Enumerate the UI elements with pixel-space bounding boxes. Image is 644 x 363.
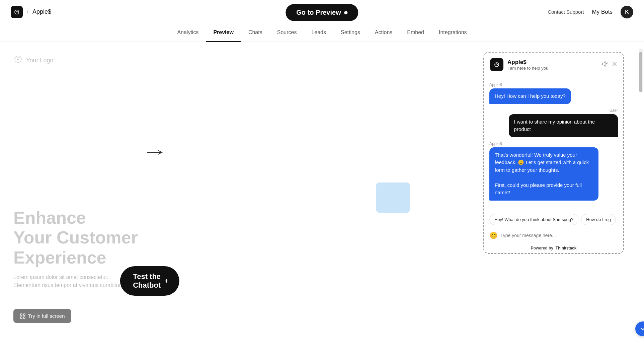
header-left: / Apple$: [11, 6, 51, 18]
tab-leads[interactable]: Leads: [304, 24, 333, 42]
bot-message-2: That's wonderful! We truly value your fe…: [489, 147, 598, 201]
test-chatbot-area: Test the Chatbot: [147, 149, 164, 156]
tab-integrations[interactable]: Integrations: [431, 24, 474, 42]
goto-preview-button[interactable]: Go to Preview: [286, 4, 358, 21]
scrollbar-track: [639, 49, 643, 92]
enhance-heading: Enhance Your Customer Experience: [13, 208, 138, 268]
tab-analytics[interactable]: Analytics: [170, 24, 206, 42]
logo-icon-placeholder: [13, 55, 23, 65]
svg-rect-4: [23, 314, 25, 315]
my-bots-link[interactable]: My Bots: [592, 9, 613, 15]
header: / Apple$ Go to Preview Contact Support M…: [0, 0, 644, 24]
emoji-button[interactable]: 😊: [489, 231, 498, 239]
chatbot-header: Apple$ I am here to help you: [484, 53, 623, 77]
chatbot-messages: Apple$ Hey! How can I help you today? Us…: [484, 77, 623, 211]
quick-replies: Hey! What do you think about Samsung? Ho…: [484, 211, 623, 228]
chatbot-input-area: 😊: [484, 228, 623, 243]
scroll-down-button[interactable]: [635, 321, 644, 336]
breadcrumb-separator: /: [27, 8, 28, 15]
your-logo-area: Your Logo: [13, 55, 470, 65]
tab-preview[interactable]: Preview: [206, 24, 241, 42]
svg-rect-3: [20, 314, 22, 315]
message-group-3: Apple$ That's wonderful! We truly value …: [489, 141, 618, 201]
goto-preview-label: Go to Preview: [296, 9, 341, 16]
tab-embed[interactable]: Embed: [400, 24, 431, 42]
nav-tabs: Analytics Preview Chats Sources Leads Se…: [0, 24, 644, 42]
contact-support-link[interactable]: Contact Support: [548, 9, 584, 15]
message-group-2: User I want to share my opinion about th…: [489, 108, 618, 137]
svg-rect-6: [23, 317, 25, 318]
chatbot-widget: Apple$ I am here to help you: [483, 52, 624, 254]
chatbot-header-actions: [602, 61, 617, 69]
test-chatbot-dot: [166, 279, 167, 283]
main-content: Your Logo Test the Chatbot Enhance Your …: [0, 42, 644, 356]
tab-actions[interactable]: Actions: [368, 24, 400, 42]
quick-reply-1[interactable]: Hey! What do you think about Samsung?: [489, 214, 578, 225]
lorem-text: Lorem ipsum dolor sit amet consectetur. …: [13, 273, 138, 289]
try-fullscreen-label: Try in full screen: [28, 313, 65, 319]
website-preview-panel: Your Logo Test the Chatbot Enhance Your …: [0, 42, 483, 356]
message-group-1: Apple$ Hey! How can I help you today?: [489, 82, 618, 104]
user-message-1: I want to share my opinion about the pro…: [509, 114, 618, 137]
user-sender-1: User: [610, 108, 618, 113]
tab-sources[interactable]: Sources: [270, 24, 304, 42]
chatbot-footer: Powered by Thinkstack: [484, 243, 623, 253]
test-chatbot-arrow: [147, 149, 164, 156]
header-right: Contact Support My Bots K: [548, 6, 633, 18]
bot-sender-2: Apple$: [489, 141, 618, 146]
close-button[interactable]: [612, 61, 617, 68]
app-logo-icon: [11, 6, 23, 18]
chatbot-area: Apple$ I am here to help you: [483, 45, 644, 356]
enhance-text-block: Enhance Your Customer Experience Lorem i…: [13, 208, 138, 289]
svg-rect-5: [20, 317, 22, 318]
chat-input[interactable]: [500, 233, 618, 238]
user-avatar[interactable]: K: [621, 6, 633, 18]
bot-sender-1: Apple$: [489, 82, 618, 87]
try-fullscreen-button[interactable]: Try in full screen: [13, 309, 71, 323]
fullscreen-icon: [20, 313, 25, 319]
chatbot-logo: [490, 58, 503, 71]
tab-settings[interactable]: Settings: [333, 24, 368, 42]
your-logo-text: Your Logo: [26, 57, 53, 64]
footer-powered-text: Powered by: [531, 246, 553, 250]
goto-preview-dot: [344, 11, 348, 14]
tab-chats[interactable]: Chats: [241, 24, 270, 42]
scrollbar-thumb[interactable]: [639, 52, 642, 92]
breadcrumb-app-name: Apple$: [32, 8, 51, 15]
footer-brand: Thinkstack: [556, 246, 577, 250]
bot-message-1: Hey! How can I help you today?: [489, 88, 571, 104]
chatbot-title: Apple$: [507, 59, 548, 66]
chatbot-subtitle: I am here to help you: [507, 66, 548, 71]
blue-accent-block: [376, 183, 410, 213]
mute-button[interactable]: [602, 61, 608, 69]
svg-point-1: [17, 58, 19, 60]
quick-reply-2[interactable]: How do I reg: [581, 214, 616, 225]
chatbot-title-area: Apple$ I am here to help you: [507, 59, 548, 71]
